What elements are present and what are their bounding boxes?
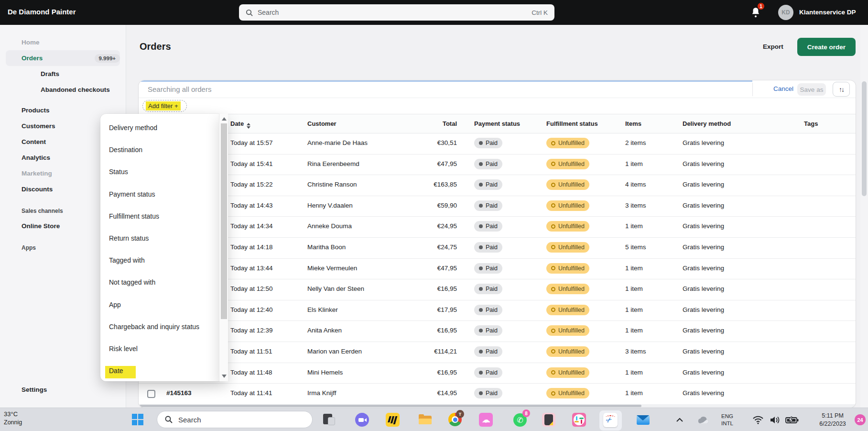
filter-menu-item[interactable]: Status	[100, 161, 219, 183]
sidebar-item[interactable]: Abandoned checkouts	[6, 82, 120, 98]
page-scrollbar[interactable]	[860, 25, 868, 408]
filter-menu-item[interactable]: Chargeback and inquiry status	[100, 316, 219, 338]
filter-menu-item[interactable]: Return status	[100, 227, 219, 249]
notes-app-icon[interactable]	[541, 412, 556, 428]
chrome-icon[interactable]: T	[448, 412, 463, 428]
order-customer: Christine Ranson	[307, 181, 357, 188]
order-customer: Mieke Vermeulen	[307, 265, 357, 272]
horizontal-scrollbar-thumb[interactable]	[140, 405, 641, 407]
filter-menu-item[interactable]: Delivery method	[100, 117, 219, 139]
sort-arrows-icon: ↑↓	[839, 86, 844, 93]
export-button[interactable]: Export	[763, 43, 783, 50]
battery-icon[interactable]	[785, 408, 799, 431]
unfulfilled-ring-icon	[551, 370, 555, 375]
miro-icon[interactable]	[385, 412, 401, 428]
dropdown-scrollbar[interactable]	[219, 114, 228, 381]
order-row[interactable]: Today at 13:44 Mieke Vermeulen €47,95 Pa…	[139, 259, 856, 280]
taskbar-search[interactable]: Search	[157, 411, 313, 428]
filter-menu-item[interactable]: App	[100, 294, 219, 316]
order-search-input[interactable]: Searching all orders	[148, 85, 211, 93]
wifi-icon[interactable]	[753, 408, 763, 431]
page-scrollbar-thumb[interactable]	[862, 81, 867, 196]
onedrive-cloud-icon[interactable]	[697, 408, 709, 431]
whatsapp-icon[interactable]: ✆8	[513, 412, 528, 428]
save-as-button[interactable]: Save as	[797, 83, 826, 96]
column-header-date[interactable]: Date	[230, 120, 250, 129]
sidebar-item[interactable]: Orders 9.999+	[6, 50, 120, 66]
column-header-fulfillment[interactable]: Fulfillment status	[546, 120, 598, 127]
order-row[interactable]: #145163 Today at 11:41 Irma Knijff €14,9…	[139, 384, 856, 405]
unfulfilled-ring-icon	[551, 183, 555, 187]
filter-menu-item[interactable]: Payment status	[100, 183, 219, 205]
snipping-tool-icon[interactable]: ✂	[603, 412, 618, 428]
column-header-items[interactable]: Items	[625, 120, 641, 127]
avatar[interactable]: KD	[778, 5, 793, 20]
row-checkbox[interactable]	[147, 390, 155, 398]
filter-menu-item[interactable]: Date	[100, 360, 219, 382]
payment-status-badge: Paid	[474, 346, 502, 357]
unfulfilled-ring-icon	[551, 287, 555, 291]
chat-icon[interactable]	[355, 412, 370, 428]
unfulfilled-ring-icon	[551, 224, 555, 229]
order-row[interactable]: Today at 15:57 Anne-marie De Haas €30,51…	[139, 133, 856, 155]
scroll-up-arrow-icon[interactable]	[222, 117, 227, 121]
order-items: 5 items	[625, 243, 646, 251]
add-filter-button[interactable]: Add filter +	[142, 100, 187, 112]
order-row[interactable]: Today at 11:51 Marion van Eerden €114,21…	[139, 342, 856, 363]
windows-start-button[interactable]	[132, 414, 143, 425]
file-explorer-icon[interactable]	[418, 412, 433, 428]
column-header-customer[interactable]: Customer	[307, 120, 336, 127]
sidebar-item[interactable]: Drafts	[6, 66, 120, 82]
order-delivery-method: Gratis levering	[683, 348, 724, 355]
user-name[interactable]: Klantenservice DP	[799, 9, 856, 16]
column-header-payment[interactable]: Payment status	[474, 120, 520, 127]
filter-menu-item[interactable]: Tagged with	[100, 249, 219, 271]
order-customer: Henny V.daalen	[307, 202, 353, 209]
notification-center-badge[interactable]: 24	[855, 414, 866, 425]
order-number[interactable]: #145163	[166, 389, 192, 397]
language-indicator[interactable]: ENG INTL	[721, 408, 733, 431]
dropdown-scrollbar-thumb[interactable]	[221, 123, 227, 319]
tray-chevron-icon[interactable]	[676, 408, 684, 431]
column-header-total[interactable]: Total	[392, 120, 457, 127]
sidebar-item-settings[interactable]: Settings	[6, 382, 120, 397]
filter-menu-item[interactable]: Risk level	[100, 338, 219, 360]
order-row[interactable]: Today at 12:40 Els Klinker €17,95 Paid U…	[139, 300, 856, 321]
order-items: 3 items	[625, 202, 646, 209]
create-order-button[interactable]: Create order	[797, 38, 856, 56]
horizontal-scrollbar[interactable]	[139, 404, 856, 408]
order-row[interactable]: Today at 15:41 Rina Eerenbeemd €47,95 Pa…	[139, 155, 856, 176]
paid-dot-icon	[479, 141, 483, 145]
scroll-down-arrow-icon[interactable]	[222, 375, 227, 378]
column-header-delivery[interactable]: Delivery method	[683, 120, 731, 127]
order-row[interactable]: Today at 12:39 Anita Anken €16,95 Paid U…	[139, 321, 856, 342]
column-header-tags[interactable]: Tags	[804, 120, 818, 127]
order-row[interactable]: Today at 14:18 Maritha Boon €24,75 Paid …	[139, 238, 856, 259]
weather-widget[interactable]: 33°C Zonnig	[4, 410, 22, 426]
order-row[interactable]: Today at 12:50 Nelly Van der Steen €16,9…	[139, 279, 856, 300]
pink-cloud-app-icon[interactable]: ☁	[478, 412, 494, 428]
order-total: €17,95	[392, 306, 457, 313]
paid-dot-icon	[479, 329, 483, 332]
order-row[interactable]: Today at 14:43 Henny V.daalen €59,90 Pai…	[139, 196, 856, 217]
mail-icon[interactable]	[636, 412, 651, 428]
sidebar-item[interactable]: Home	[6, 34, 120, 50]
order-row[interactable]: Today at 15:22 Christine Ranson €163,85 …	[139, 175, 856, 196]
slack-icon[interactable]	[572, 412, 587, 428]
task-view-icon[interactable]	[322, 412, 337, 428]
filter-menu-item[interactable]: Fulfillment status	[100, 205, 219, 227]
order-row[interactable]: Today at 14:34 Anneke Douma €24,95 Paid …	[139, 217, 856, 238]
sort-button[interactable]: ↑↓	[833, 82, 850, 97]
paid-dot-icon	[479, 350, 483, 354]
unfulfilled-ring-icon	[551, 245, 555, 249]
filter-menu-item[interactable]: Destination	[100, 139, 219, 161]
cancel-button[interactable]: Cancel	[773, 85, 793, 92]
order-row[interactable]: Today at 11:48 Mini Hemels €16,95 Paid U…	[139, 363, 856, 384]
clock-time: 5:11 PM	[822, 412, 844, 420]
filter-menu-item[interactable]: Not tagged with	[100, 271, 219, 293]
global-search-input[interactable]: Search Ctrl K	[239, 4, 554, 21]
volume-icon[interactable]	[770, 408, 781, 431]
order-date: Today at 14:43	[230, 202, 273, 209]
taskbar-clock[interactable]: 5:11 PM 6/22/2023	[813, 408, 853, 431]
fulfillment-status-badge: Unfulfilled	[546, 346, 589, 357]
